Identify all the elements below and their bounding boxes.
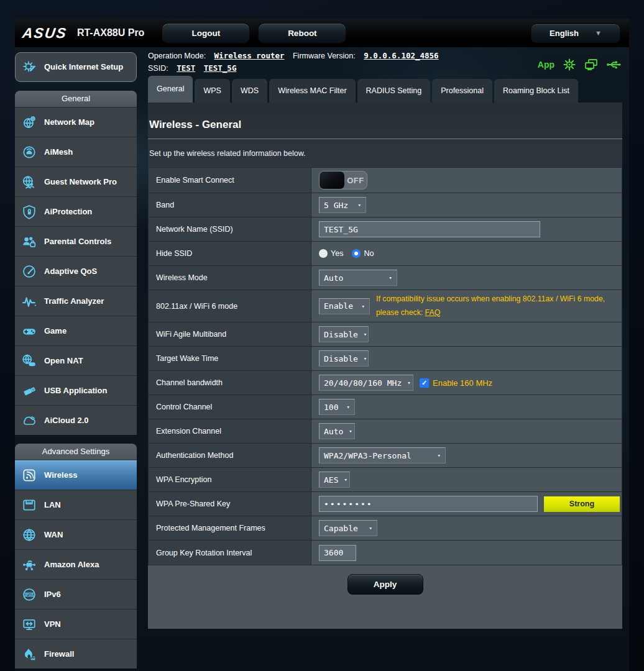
tab-wireless-mac-filter[interactable]: Wireless MAC Filter — [269, 79, 355, 103]
chevron-down-icon: ▾ — [347, 404, 350, 410]
operation-mode-link[interactable]: Wireless router — [214, 51, 285, 60]
pmf-select[interactable]: Capable▾ — [319, 520, 377, 536]
tab-general[interactable]: General — [148, 76, 193, 103]
sidebar-item-guest-network-pro[interactable]: Guest Network Pro — [15, 167, 137, 196]
screen-share-icon[interactable] — [584, 58, 598, 71]
apply-button[interactable]: Apply — [347, 574, 423, 595]
row-network-name: Network Name (SSID) — [149, 217, 622, 242]
sidebar-item-adaptive-qos[interactable]: Adaptive QoS — [15, 256, 137, 286]
psk-input[interactable] — [319, 496, 538, 512]
wireless-mode-select[interactable]: Auto▾ — [319, 270, 397, 286]
sidebar-item-aicloud[interactable]: AiCloud 2.0 — [15, 405, 137, 435]
firmware-version-link[interactable]: 9.0.0.6.102_4856 — [364, 51, 438, 60]
target-wake-time-select[interactable]: Disable▾ — [319, 350, 369, 367]
hide-ssid-no-radio[interactable]: No — [352, 249, 374, 258]
authentication-method-select[interactable]: WPA2/WPA3-Personal▾ — [319, 447, 446, 463]
reboot-button[interactable]: Reboot — [258, 23, 346, 43]
sidebar-item-network-map[interactable]: Network Map — [15, 107, 137, 137]
wpa-encryption-select[interactable]: AES▾ — [319, 472, 350, 488]
ssid-input[interactable] — [319, 221, 540, 237]
divider — [148, 139, 622, 139]
control-channel-select[interactable]: 100▾ — [319, 399, 355, 415]
chevron-down-icon: ▾ — [369, 525, 372, 531]
row-protected-management-frames: Protected Management Frames Capable▾ — [149, 516, 622, 541]
sidebar-item-open-nat[interactable]: Open NAT — [15, 345, 137, 375]
usb-icon[interactable] — [606, 59, 622, 70]
quick-icons: App — [538, 50, 622, 75]
chevron-down-icon: ▾ — [349, 428, 352, 434]
radio-selected-icon — [352, 249, 361, 258]
sidebar-item-amazon-alexa[interactable]: Amazon Alexa — [15, 549, 137, 579]
chevron-down-icon: ▾ — [344, 477, 347, 483]
sidebar-item-aiprotection[interactable]: AiProtection — [15, 196, 137, 226]
ethernet-icon — [20, 496, 39, 514]
sidebar-group-advanced: Advanced Settings Wireless LAN WAN Amazo… — [15, 444, 137, 669]
language-dropdown[interactable]: English ▼ — [531, 24, 620, 43]
sidebar-item-traffic-analyzer[interactable]: Traffic Analyzer — [15, 286, 137, 316]
tab-roaming-block-list[interactable]: Roaming Block List — [494, 79, 578, 103]
asus-logo: ASUS — [21, 25, 68, 42]
sidebar-group-title: General — [15, 91, 137, 107]
sidebar-item-wan[interactable]: WAN — [15, 519, 137, 549]
ssid-link-5g[interactable]: TEST_5G — [204, 63, 237, 73]
sidebar-item-usb-application[interactable]: USB Application — [15, 375, 137, 405]
sidebar-item-aimesh[interactable]: AiMesh — [15, 137, 137, 167]
group-key-input[interactable] — [319, 545, 356, 561]
row-band: Band 5 GHz▾ — [149, 193, 622, 217]
settings-table: Enable Smart Connect OFF Band 5 — [148, 167, 622, 565]
ax-mode-hint: If compatibility issue occurs when enabl… — [376, 293, 605, 319]
hide-ssid-yes-radio[interactable]: Yes — [319, 249, 343, 258]
network-map-icon — [20, 113, 39, 132]
tab-radius-setting[interactable]: RADIUS Setting — [357, 79, 431, 103]
tab-professional[interactable]: Professional — [432, 79, 492, 103]
ssid-link-24g[interactable]: TEST — [177, 63, 195, 73]
language-value: English — [550, 29, 579, 38]
toggle-state-label: OFF — [344, 176, 367, 185]
vpn-screen-icon — [20, 615, 39, 634]
chevron-down-icon: ▾ — [364, 331, 367, 337]
extension-channel-select[interactable]: Auto▾ — [319, 423, 355, 439]
row-extension-channel: Extension Channel Auto▾ — [149, 419, 622, 444]
smart-connect-toggle[interactable]: OFF — [319, 171, 367, 189]
aimesh-icon — [20, 143, 39, 162]
sidebar-item-ipv6[interactable]: IPV6 IPv6 — [15, 579, 137, 609]
app-link[interactable]: App — [538, 60, 554, 70]
faq-link[interactable]: FAQ — [425, 308, 441, 317]
operation-mode-line: Operation Mode: Wireless router Firmware… — [148, 50, 439, 62]
chevron-down-icon: ▾ — [389, 275, 392, 281]
svg-text:IPV6: IPV6 — [25, 592, 34, 596]
guest-network-icon — [20, 173, 39, 191]
ax-mode-select[interactable]: Enable▾ — [319, 298, 370, 314]
agile-multiband-select[interactable]: Disable▾ — [319, 326, 369, 342]
sidebar-item-firewall[interactable]: Firewall — [15, 639, 137, 669]
tab-wps[interactable]: WPS — [195, 79, 229, 103]
sidebar-item-quick-internet-setup[interactable]: Quick Internet Setup — [15, 52, 137, 82]
row-group-key-rotation: Group Key Rotation Interval — [149, 541, 622, 565]
sidebar-item-lan[interactable]: LAN — [15, 490, 137, 519]
tab-wds[interactable]: WDS — [232, 79, 267, 103]
sidebar-item-vpn[interactable]: VPN — [15, 609, 137, 639]
sidebar-item-wireless[interactable]: Wireless — [15, 460, 137, 490]
toggle-knob — [320, 171, 344, 189]
page-description: Set up the wireless related information … — [149, 149, 622, 158]
chevron-down-icon: ▾ — [438, 452, 441, 459]
model-name: RT-AX88U Pro — [77, 27, 144, 39]
sidebar-item-game[interactable]: Game — [15, 316, 137, 345]
shield-lock-icon — [20, 203, 39, 221]
gear-wrench-icon — [21, 58, 39, 76]
channel-bandwidth-select[interactable]: 20/40/80/160 MHz▾ — [319, 375, 413, 391]
ssid-line: SSID: TEST TEST_5G — [148, 62, 439, 75]
chevron-down-icon: ▼ — [595, 29, 602, 37]
band-select[interactable]: 5 GHz▾ — [319, 197, 366, 213]
row-agile-multiband: WiFi Agile Multiband Disable▾ — [149, 322, 622, 347]
page-title: Wireless - General — [149, 119, 622, 131]
sidebar-group-title: Advanced Settings — [15, 444, 137, 460]
sidebar: Quick Internet Setup General Network Map… — [15, 47, 137, 671]
chevron-down-icon: ▾ — [364, 355, 367, 362]
alexa-hub-icon — [20, 555, 39, 574]
gear-icon[interactable] — [563, 58, 576, 71]
row-ax-mode: 802.11ax / WiFi 6 mode Enable▾ If compat… — [149, 290, 622, 322]
enable-160mhz-checkbox[interactable]: ✓ Enable 160 MHz — [420, 378, 492, 388]
sidebar-item-parental-controls[interactable]: Parental Controls — [15, 226, 137, 256]
logout-button[interactable]: Logout — [162, 23, 250, 43]
